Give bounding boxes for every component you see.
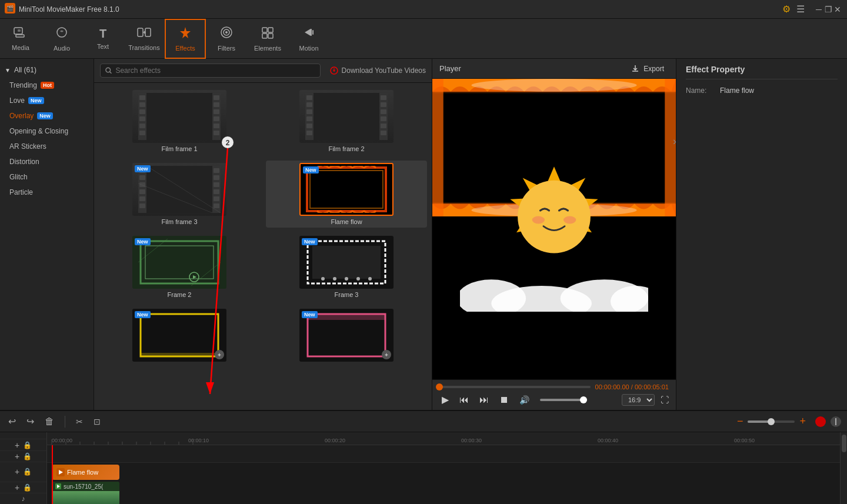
undo-button[interactable]: ↩ <box>6 415 18 428</box>
sidebar-item-distortion[interactable]: Distortion <box>0 154 94 169</box>
ruler-ticks <box>47 432 840 445</box>
aspect-ratio-select[interactable]: 16:94:31:19:16 <box>622 394 655 406</box>
film-frame-3-new-badge: New <box>135 165 151 172</box>
sidebar-item-glitch[interactable]: Glitch <box>0 169 94 185</box>
effect-item-film-frame-1[interactable]: Film frame 1 <box>99 88 260 155</box>
svg-rect-25 <box>139 109 145 114</box>
lock-effect-icon[interactable]: 🔒 <box>23 452 32 460</box>
sidebar-item-love-label: Love <box>9 96 25 105</box>
download-youtube-button[interactable]: Download YouTube Videos <box>330 66 426 75</box>
effect-label-film-frame-2: Film frame 2 <box>328 145 364 152</box>
step-back-button[interactable]: ⏮ <box>457 393 471 406</box>
effect-item-frame-2[interactable]: New Frame 2 <box>99 233 260 301</box>
sidebar-item-ar-stickers[interactable]: AR Stickers <box>0 139 94 154</box>
player-canvas <box>432 79 676 379</box>
effect-item-frame-4[interactable]: New + <box>99 306 260 366</box>
svg-point-104 <box>518 180 591 253</box>
svg-point-5 <box>57 28 66 37</box>
effect-item-frame-3[interactable]: New Frame 3 <box>266 233 427 301</box>
cut-button[interactable]: ✂ <box>74 416 85 428</box>
svg-point-80 <box>321 277 325 281</box>
effect-thumb-film-frame-1 <box>132 90 226 143</box>
timeline-ruler: 00:00:00 00:00:10 00:00:20 00:00:30 00:0… <box>47 432 840 445</box>
toolbar-text-button[interactable]: T Text <box>82 19 124 59</box>
effect-item-film-frame-3[interactable]: New <box>99 161 260 228</box>
right-panel-collapse-button[interactable]: › <box>673 135 676 148</box>
search-box[interactable] <box>100 64 321 78</box>
text-icon: T <box>99 27 106 41</box>
svg-point-105 <box>532 216 545 223</box>
svg-rect-79 <box>312 246 381 279</box>
fullscreen-button[interactable]: ⛶ <box>661 395 669 405</box>
delete-button[interactable]: 🗑 <box>42 415 56 428</box>
add-audio-track-icon[interactable]: + <box>15 483 19 492</box>
progress-bar[interactable] <box>439 386 591 388</box>
name-label: Name: <box>686 86 715 95</box>
sidebar-item-trending[interactable]: Trending Hot <box>0 78 94 93</box>
play-button[interactable]: ▶ <box>439 393 451 406</box>
restore-button[interactable]: ❐ <box>823 5 833 14</box>
toolbar-elements-button[interactable]: Elements <box>247 19 288 59</box>
record-button[interactable] <box>815 416 826 427</box>
svg-rect-39 <box>306 102 312 107</box>
media-label: Media <box>12 44 29 51</box>
zoom-in-button[interactable]: + <box>797 414 808 429</box>
toolbar-motion-button[interactable]: Motion <box>288 19 329 59</box>
effect-label-film-frame-1: Film frame 1 <box>161 145 197 152</box>
toolbar-effects-button[interactable]: Effects <box>165 19 206 59</box>
svg-line-17 <box>110 72 112 74</box>
lock-icon[interactable]: 🔒 <box>23 441 32 449</box>
lock-audio-icon[interactable]: 🔒 <box>23 483 32 492</box>
add-track-icon[interactable]: + <box>15 440 19 450</box>
volume-slider[interactable] <box>540 399 587 401</box>
effect-item-film-frame-2[interactable]: Film frame 2 <box>266 88 427 155</box>
frame-3-new-badge: New <box>302 238 318 245</box>
player-controls: 00:00:00.00 / 00:00:05:01 ▶ ⏮ ⏭ ⏹ 🔊 16:9… <box>432 379 676 410</box>
sidebar-item-particle[interactable]: Particle <box>0 185 94 200</box>
progress-bar-area: 00:00:00.00 / 00:00:05:01 <box>439 383 669 390</box>
crop-button[interactable]: ⊡ <box>91 416 103 428</box>
time-display: 00:00:00.00 / 00:00:05:01 <box>595 383 669 390</box>
zoom-out-button[interactable]: − <box>735 414 746 429</box>
svg-rect-41 <box>306 116 312 121</box>
effect-item-frame-5[interactable]: New + <box>266 306 427 366</box>
minimize-button[interactable]: ─ <box>814 5 823 14</box>
video-clip[interactable]: sun-15710_25( <box>52 482 119 504</box>
add-video-track-icon[interactable]: + <box>15 467 19 476</box>
scrollbar-thumb[interactable] <box>842 435 846 452</box>
timeline-scrollbar[interactable] <box>840 432 847 504</box>
export-button[interactable]: Export <box>626 62 669 76</box>
split-button[interactable] <box>831 416 841 427</box>
add-effect-track-icon[interactable]: + <box>15 452 19 461</box>
toolbar-audio-button[interactable]: Audio <box>41 19 82 59</box>
lock-video-icon[interactable]: 🔒 <box>23 468 32 476</box>
search-input[interactable] <box>115 66 315 75</box>
sidebar-item-glitch-label: Glitch <box>9 173 28 181</box>
close-button[interactable]: ✕ <box>833 5 842 14</box>
effect-item-flame-flow[interactable]: New Flame flow <box>266 161 427 228</box>
svg-rect-95 <box>665 79 676 216</box>
sidebar-section-all[interactable]: ▼ All (61) <box>0 62 94 78</box>
stop-button[interactable]: ⏹ <box>497 393 511 406</box>
sidebar-item-overlay[interactable]: Overlay New <box>0 108 94 124</box>
toolbar-filters-button[interactable]: Filters <box>206 19 247 59</box>
timeline-main[interactable]: 00:00:00 00:00:10 00:00:20 00:00:30 00:0… <box>47 432 840 504</box>
svg-rect-33 <box>214 124 219 128</box>
zoom-slider[interactable] <box>748 420 795 423</box>
timeline-body: + 🔒 + 🔒 + 🔒 + 🔒 ♪ 00:00:00 00:00:10 0 <box>0 432 847 504</box>
effects-icon <box>178 26 192 42</box>
toolbar-transitions-button[interactable]: Transitions <box>124 19 165 59</box>
toolbar-media-button[interactable]: Media <box>0 19 41 59</box>
track-ctrl-video: + 🔒 <box>0 462 46 482</box>
step-forward-button[interactable]: ⏭ <box>477 393 491 406</box>
menu-icon[interactable]: ☰ <box>796 4 805 15</box>
settings-icon[interactable]: ⚙ <box>782 4 791 15</box>
volume-button[interactable]: 🔊 <box>517 394 532 406</box>
audio-icon <box>55 26 68 42</box>
svg-rect-3 <box>16 35 24 37</box>
effect-clip-flame-flow[interactable]: Flame flow <box>52 465 119 480</box>
sidebar-item-love[interactable]: Love New <box>0 93 94 108</box>
redo-button[interactable]: ↪ <box>24 415 36 428</box>
sidebar-item-opening-closing[interactable]: Opening & Closing <box>0 124 94 139</box>
frame-4-new-badge: New <box>135 311 151 318</box>
